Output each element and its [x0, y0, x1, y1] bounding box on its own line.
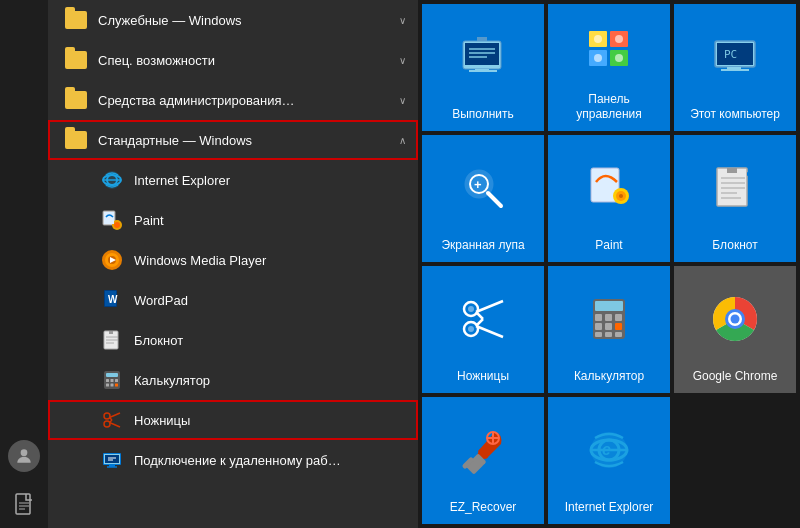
mycomputer-icon: PC — [682, 12, 788, 101]
sidebar-label-sluzhebnie: Служебные — Windows — [98, 13, 395, 28]
sidebar-item-remote[interactable]: Подключение к удаленному раб… — [48, 440, 418, 480]
magnifier-icon: + — [430, 143, 536, 232]
sidebar-label-ie: Internet Explorer — [134, 173, 406, 188]
svg-line-38 — [110, 420, 113, 423]
svg-rect-12 — [104, 212, 114, 224]
sidebar-item-calc[interactable]: Калькулятор — [48, 360, 418, 400]
svg-point-11 — [114, 222, 120, 228]
tile-label-chrome: Google Chrome — [693, 369, 778, 385]
sidebar-item-ie[interactable]: Internet Explorer — [48, 160, 418, 200]
svg-line-69 — [488, 193, 501, 206]
tiles-grid: Выполнить Панель управления — [418, 0, 800, 528]
sidebar-item-scissors[interactable]: Ножницы — [48, 400, 418, 440]
tile-ezrecover[interactable]: EZ_Recover — [422, 397, 544, 524]
scissors-tile-icon — [430, 274, 536, 363]
sidebar-label-calc: Калькулятор — [134, 373, 406, 388]
sidebar-item-sredstva[interactable]: Средства администрирования… ∨ — [48, 80, 418, 120]
svg-point-106 — [731, 314, 740, 323]
chevron-down-icon: ∨ — [399, 55, 406, 66]
tile-calc[interactable]: Калькулятор — [548, 266, 670, 393]
tile-label-panel: Панель управления — [556, 92, 662, 123]
svg-rect-30 — [106, 384, 109, 387]
svg-rect-96 — [615, 314, 622, 321]
svg-rect-97 — [595, 323, 602, 330]
sidebar-label-standartnye: Стандартные — Windows — [98, 133, 395, 148]
tile-label-scissors: Ножницы — [457, 369, 509, 385]
tile-label-calc: Калькулятор — [574, 369, 644, 385]
svg-point-59 — [615, 35, 623, 43]
svg-rect-76 — [717, 168, 747, 206]
svg-rect-99 — [615, 323, 622, 330]
svg-rect-102 — [615, 332, 622, 337]
app-list-sidebar: Служебные — Windows ∨ Спец. возможности … — [48, 0, 418, 528]
tile-notepad[interactable]: Блокнот — [674, 135, 796, 262]
tile-label-ezrecover: EZ_Recover — [450, 500, 517, 516]
chevron-down-icon: ∨ — [399, 15, 406, 26]
sidebar-item-wmp[interactable]: Windows Media Player — [48, 240, 418, 280]
folder-icon — [64, 48, 88, 72]
ie-tile-icon: e — [556, 405, 662, 494]
ie-icon — [100, 168, 124, 192]
tile-computer[interactable]: PC Этот компьютер — [674, 4, 796, 131]
svg-rect-83 — [747, 172, 753, 176]
paint-icon — [100, 208, 124, 232]
sidebar-item-wordpad[interactable]: W WordPad — [48, 280, 418, 320]
chevron-up-icon: ∧ — [399, 135, 406, 146]
svg-point-75 — [619, 194, 623, 198]
tile-panel[interactable]: Панель управления — [548, 4, 670, 131]
svg-rect-26 — [106, 373, 118, 377]
svg-rect-98 — [605, 323, 612, 330]
sidebar-item-sluzhebnie[interactable]: Служебные — Windows ∨ — [48, 0, 418, 40]
document-icon[interactable] — [8, 488, 40, 520]
tile-vypolnit[interactable]: Выполнить — [422, 4, 544, 131]
svg-rect-1 — [16, 494, 30, 514]
svg-point-90 — [468, 306, 474, 312]
svg-line-89 — [476, 319, 483, 326]
scissors-icon — [100, 408, 124, 432]
sidebar-item-notepad[interactable]: Блокнот — [48, 320, 418, 360]
notepad-icon — [100, 328, 124, 352]
svg-rect-31 — [111, 384, 114, 387]
svg-line-86 — [476, 301, 503, 312]
tile-paint[interactable]: Paint — [548, 135, 670, 262]
tile-label-computer: Этот компьютер — [690, 107, 780, 123]
wmp-icon — [100, 248, 124, 272]
sidebar-label-notepad: Блокнот — [134, 333, 406, 348]
tile-loupe[interactable]: + Экранная лупа — [422, 135, 544, 262]
svg-rect-43 — [105, 455, 119, 463]
svg-text:PC: PC — [724, 48, 737, 61]
tile-ie[interactable]: e Internet Explorer — [548, 397, 670, 524]
paint-tile-icon — [556, 143, 662, 232]
chevron-down-icon: ∨ — [399, 95, 406, 106]
tile-chrome[interactable]: Google Chrome — [674, 266, 796, 393]
svg-rect-95 — [605, 314, 612, 321]
svg-rect-100 — [595, 332, 602, 337]
svg-text:W: W — [108, 294, 118, 305]
svg-rect-29 — [115, 379, 118, 382]
avatar[interactable] — [8, 440, 40, 472]
svg-point-58 — [594, 35, 602, 43]
run-icon — [430, 12, 536, 101]
svg-line-36 — [110, 423, 121, 428]
svg-rect-28 — [111, 379, 114, 382]
sidebar-item-spets[interactable]: Спец. возможности ∨ — [48, 40, 418, 80]
sidebar-label-paint: Paint — [134, 213, 406, 228]
svg-rect-101 — [605, 332, 612, 337]
sidebar-label-wordpad: WordPad — [134, 293, 406, 308]
sidebar-item-paint[interactable]: Paint — [48, 200, 418, 240]
svg-point-60 — [594, 54, 602, 62]
folder-icon — [64, 88, 88, 112]
svg-rect-53 — [477, 37, 487, 41]
svg-line-87 — [476, 326, 503, 337]
tile-label-notepad: Блокнот — [712, 238, 757, 254]
tile-scissors[interactable]: Ножницы — [422, 266, 544, 393]
sidebar-label-sredstva: Средства администрирования… — [98, 93, 395, 108]
sidebar-item-standartnye[interactable]: Стандартные — Windows ∧ — [48, 120, 418, 160]
calc-icon — [100, 368, 124, 392]
folder-icon — [64, 128, 88, 152]
sidebar-label-remote: Подключение к удаленному раб… — [134, 453, 406, 468]
sidebar-label-wmp: Windows Media Player — [134, 253, 406, 268]
svg-text:e: e — [602, 441, 611, 458]
controlpanel-icon — [556, 12, 662, 86]
svg-rect-27 — [106, 379, 109, 382]
